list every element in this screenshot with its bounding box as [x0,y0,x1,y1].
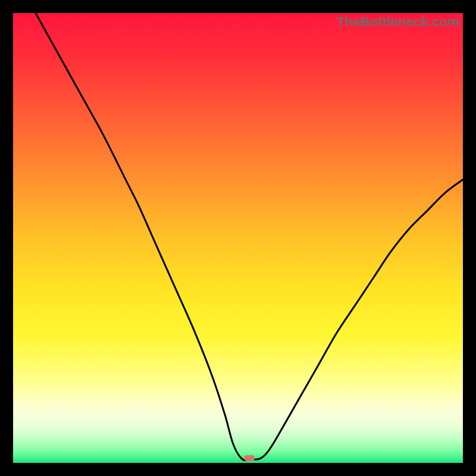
gradient-background [13,13,463,463]
chart-canvas [13,13,463,463]
plot-area: TheBottleneck.com [13,13,463,463]
watermark-text: TheBottleneck.com [337,14,459,30]
chart-frame: TheBottleneck.com [0,0,476,476]
optimal-point-marker [244,455,255,461]
